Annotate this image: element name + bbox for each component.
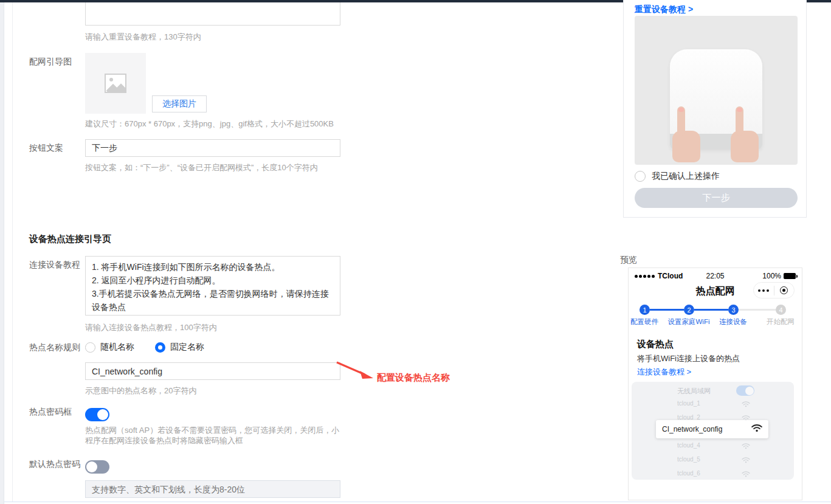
step-4-label: 开始配网 [753,317,802,326]
reset-tutorial-textarea[interactable] [85,2,340,26]
wifi-icon [742,455,750,466]
more-icon[interactable] [754,289,774,292]
guide-image-hint: 建议尺寸：670px * 670px，支持png、jpg、gif格式，大小不超过… [85,119,334,129]
hotspot-ssid: CI_network_config [662,425,722,433]
wifi-icon [742,399,750,410]
radio-fixed-label[interactable]: 固定名称 [170,342,204,353]
button-text-input[interactable] [85,139,340,157]
step-4-circle: 4 [776,305,786,315]
button-text-hint: 按钮文案，如：“下一步”、“设备已开启配网模式”，长度10个字符内 [85,162,318,173]
battery-icon [784,273,796,279]
section-title: 设备热点连接引导页 [29,233,111,245]
status-bar: 22:05 TCloud 100% [629,271,802,281]
confirm-row: 我已确认上述操作 [635,171,720,182]
page: 请输入重置设备教程，130字符内 配网引导图 选择图片 建议尺寸：670px *… [0,0,831,504]
reset-tutorial-link[interactable]: 重置设备教程 > [635,4,693,15]
image-placeholder-icon [105,74,126,93]
password-box-toggle[interactable] [85,408,109,421]
image-upload-placeholder[interactable] [85,53,146,114]
miniprogram-preview: 22:05 TCloud 100% 热点配网 1 2 3 4 配置硬件 设置家庭… [628,268,802,500]
radio-random-name[interactable] [85,342,95,353]
right-hand-illustration [731,131,759,162]
wlan-header-label: 无线局域网 [677,387,711,396]
device-guide-image [635,16,798,165]
step-2-circle: 2 [684,305,694,315]
hotspot-section-title: 设备热点 [637,339,674,350]
step-3-circle: 3 [728,305,739,315]
confirm-radio[interactable] [635,171,646,182]
hotspot-rule-label: 热点名称规则 [29,342,80,353]
hotspot-rule-radio-group: 随机名称 固定名称 [85,342,220,353]
confirm-label: 我已确认上述操作 [652,171,720,182]
reset-tutorial-hint: 请输入重置设备教程，130字符内 [85,32,201,43]
preview-label: 预览 [620,255,637,266]
step-1-circle: 1 [640,305,650,315]
left-hand-illustration [672,131,700,162]
hotspot-name-input[interactable] [85,362,340,380]
step-3-label: 连接设备 [706,317,760,326]
step-connector-2 [694,309,728,311]
default-password-toggle[interactable] [85,460,109,474]
wifi-icon [742,441,750,452]
guide-image-label: 配网引导图 [29,57,72,67]
next-step-button-disabled[interactable]: 下一步 [635,188,798,208]
connect-tutorial-textarea[interactable]: 1. 将手机WiFi连接到如下图所示名称的设备热点。 2. 返回至小程序内进行自… [85,256,340,316]
hotspot-name-hint: 示意图中的热点名称，20字符内 [85,385,196,396]
wifi-row-name: tcloud_4 [677,442,700,449]
step-connector-1 [650,309,684,311]
highlighted-hotspot-card: CI_network_config [656,420,768,438]
wifi-row-name: tcloud_1 [677,400,700,407]
radio-fixed-name[interactable] [155,342,165,353]
connect-tutorial-hint: 请输入连接设备热点教程，100字符内 [85,322,217,333]
default-password-input[interactable] [85,480,340,498]
password-box-label: 热点密码框 [29,407,72,418]
wifi-row-name: tcloud_5 [677,456,700,463]
step-connector-3 [739,309,776,311]
connect-tutorial-label: 连接设备教程 [29,260,80,271]
wifi-icon-dark [751,424,762,435]
button-text-label: 按钮文案 [29,143,63,154]
panel-bottom-border [4,502,831,502]
wifi-row-name: tcloud_6 [677,470,700,477]
radio-random-label[interactable]: 随机名称 [100,342,134,353]
password-box-hint: 热点配网（soft AP）若设备不需要设置密码，您可选择关闭，关闭后，小程序在配… [85,425,340,446]
collapsed-sidebar [0,2,4,504]
reset-preview-card: 重置设备教程 > 我已确认上述操作 下一步 [623,0,807,218]
default-password-label: 默认热点密码 [29,459,80,470]
panel-divider [12,2,13,502]
wifi-settings-mock: 无线局域网 tcloud_1 tcloud_2 CI_network_confi… [632,382,794,480]
miniprogram-capsule [753,282,795,299]
connect-tutorial-link[interactable]: 连接设备教程 > [637,367,691,378]
battery-percent: 100% [762,272,781,280]
hotspot-section-desc: 将手机WiFi连接上设备的热点 [637,353,740,364]
choose-image-button[interactable]: 选择图片 [152,95,207,112]
wifi-icon [742,469,750,480]
wlan-toggle [736,385,754,396]
annotation-text: 配置设备热点名称 [377,372,450,384]
close-target-icon[interactable] [774,286,795,294]
annotation-arrow [333,360,377,383]
